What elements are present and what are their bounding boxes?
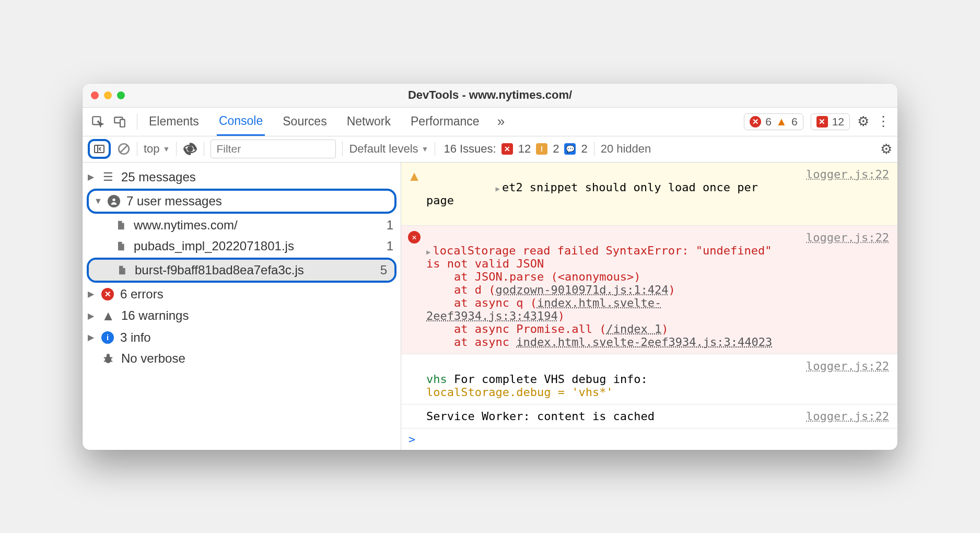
message-source-link[interactable]: logger.js:22 [796, 168, 889, 220]
stack-line: at d ( [426, 283, 495, 296]
svg-line-6 [121, 146, 127, 153]
clear-console-icon[interactable] [117, 142, 131, 156]
list-icon: ☰ [101, 170, 115, 184]
console-prompt[interactable]: > [401, 428, 897, 450]
maximize-button[interactable] [117, 91, 125, 99]
file-icon [114, 219, 127, 231]
sidebar-warnings[interactable]: ▶ ▲ 16 warnings [83, 305, 401, 327]
extension-error-count: 12 [832, 115, 844, 128]
error-icon: ✕ [750, 116, 761, 128]
context-selector[interactable]: top ▼ [144, 142, 170, 156]
stack-link[interactable]: godzown-9010971d.js:1:424 [495, 283, 668, 296]
message-text: Service Worker: content is cached [426, 410, 655, 423]
console-message-warn[interactable]: ▲ ▶et2 snippet should only load once per… [401, 163, 897, 226]
console-message-error[interactable]: ✕ ▶localStorage read failed SyntaxError:… [401, 226, 897, 354]
tab-elements[interactable]: Elements [147, 107, 201, 136]
log-extra: localStorage.debug = 'vhs*' [426, 386, 613, 399]
close-button[interactable] [91, 91, 99, 99]
message-text: For complete VHS debug info: [447, 373, 648, 386]
stack-line: at async Promise.all ( [426, 322, 606, 335]
settings-icon[interactable]: ⚙ [857, 113, 869, 130]
expand-icon: ▶ [88, 172, 95, 182]
error-icon: ✕ [408, 231, 421, 244]
console-sidebar: ▶ ☰ 25 messages ▼ 7 user messages www.ny… [83, 163, 401, 450]
console-settings-icon[interactable]: ⚙ [880, 141, 892, 157]
tab-console[interactable]: Console [217, 107, 265, 136]
more-menu-icon[interactable]: ⋮ [877, 113, 890, 130]
expand-icon[interactable]: ▶ [426, 248, 430, 256]
warning-count: 6 [791, 115, 798, 128]
more-tabs-icon[interactable]: » [497, 113, 505, 130]
file-count: 1 [387, 239, 393, 253]
live-expression-icon[interactable] [183, 142, 197, 156]
context-label: top [144, 142, 160, 156]
sidebar-verbose-label: No verbose [121, 351, 185, 366]
issues-summary[interactable]: 16 Issues: ✕ 12 ! 2 💬 2 [435, 142, 587, 156]
issues-warn-icon: ! [536, 143, 547, 155]
filter-input[interactable] [211, 140, 336, 158]
expand-icon: ▶ [88, 311, 95, 321]
sidebar-verbose[interactable]: ▶ No verbose [83, 348, 401, 369]
console-split: ▶ ☰ 25 messages ▼ 7 user messages www.ny… [83, 163, 897, 450]
sidebar-file-0[interactable]: www.nytimes.com/ 1 [83, 215, 401, 236]
stack-line: at async q ( [426, 296, 537, 309]
console-message-log[interactable]: vhs For complete VHS debug info: localSt… [401, 354, 897, 404]
stack-line: ) [661, 322, 668, 335]
sidebar-messages-label: 25 messages [121, 170, 196, 184]
console-message-log[interactable]: Service Worker: content is cached logger… [401, 404, 897, 428]
sidebar-messages[interactable]: ▶ ☰ 25 messages [83, 167, 401, 188]
expand-icon: ▶ [88, 289, 95, 299]
stack-line: at JSON.parse (<anonymous>) [426, 270, 641, 283]
error-warning-badge[interactable]: ✕ 6 ▲ 6 [744, 113, 803, 130]
separator [594, 142, 594, 156]
separator [137, 142, 137, 156]
sidebar-user-messages[interactable]: ▼ 7 user messages [89, 191, 394, 212]
log-levels-selector[interactable]: Default levels ▼ [349, 142, 428, 156]
inspect-icon[interactable] [90, 114, 106, 130]
issues-label: 16 Issues: [444, 142, 496, 156]
svg-point-9 [112, 198, 115, 201]
extension-errors-badge[interactable]: ✕ 12 [811, 113, 850, 130]
extension-error-icon: ✕ [816, 116, 828, 128]
message-source-link[interactable]: logger.js:22 [796, 360, 889, 399]
issues-info-icon: 💬 [564, 143, 576, 155]
tab-performance[interactable]: Performance [409, 107, 482, 136]
separator [137, 114, 137, 130]
stack-link[interactable]: /index 1 [606, 322, 661, 335]
svg-point-11 [107, 354, 110, 357]
file-icon [114, 240, 127, 252]
issues-warn-count: 2 [553, 142, 559, 156]
main-tabbar: Elements Console Sources Network Perform… [83, 108, 897, 136]
file-name: www.nytimes.com/ [134, 218, 238, 233]
stack-line: at async [426, 335, 516, 349]
stack-line: ) [558, 309, 565, 322]
warning-icon: ▲ [101, 308, 115, 324]
device-toggle-icon[interactable] [112, 114, 127, 130]
hidden-messages[interactable]: 20 hidden [601, 142, 651, 156]
tab-sources[interactable]: Sources [281, 107, 329, 136]
file-count: 5 [380, 263, 387, 277]
sidebar-file-1[interactable]: pubads_impl_2022071801.js 1 [83, 236, 401, 257]
minimize-button[interactable] [104, 91, 112, 99]
separator [204, 142, 204, 156]
message-source-link[interactable]: logger.js:22 [796, 410, 889, 423]
file-count: 1 [387, 218, 393, 233]
console-toolbar: top ▼ Default levels ▼ 16 Issues: ✕ 12 !… [83, 136, 897, 163]
sidebar-info[interactable]: ▶ i 3 info [83, 327, 401, 348]
tab-network[interactable]: Network [345, 107, 393, 136]
svg-point-10 [105, 356, 111, 363]
stack-link[interactable]: index.html.svelte-2eef3934.js:3:44023 [516, 335, 772, 349]
file-name: pubads_impl_2022071801.js [134, 239, 294, 253]
sidebar-user-label: 7 user messages [126, 194, 222, 208]
sidebar-file-2[interactable]: burst-f9baff81bad8ea7efa3c.js 5 [89, 260, 394, 281]
devtools-window: DevTools - www.nytimes.com/ Elements Con… [83, 84, 897, 450]
titlebar: DevTools - www.nytimes.com/ [83, 84, 897, 108]
chevron-down-icon: ▼ [422, 145, 429, 153]
message-source-link[interactable]: logger.js:22 [796, 231, 889, 349]
expand-icon[interactable]: ▶ [495, 184, 499, 193]
toggle-sidebar-button[interactable] [88, 139, 111, 159]
traffic-lights [91, 91, 125, 99]
sidebar-errors[interactable]: ▶ ✕ 6 errors [83, 284, 401, 305]
sidebar-info-label: 3 info [120, 330, 151, 345]
user-icon [108, 195, 120, 207]
